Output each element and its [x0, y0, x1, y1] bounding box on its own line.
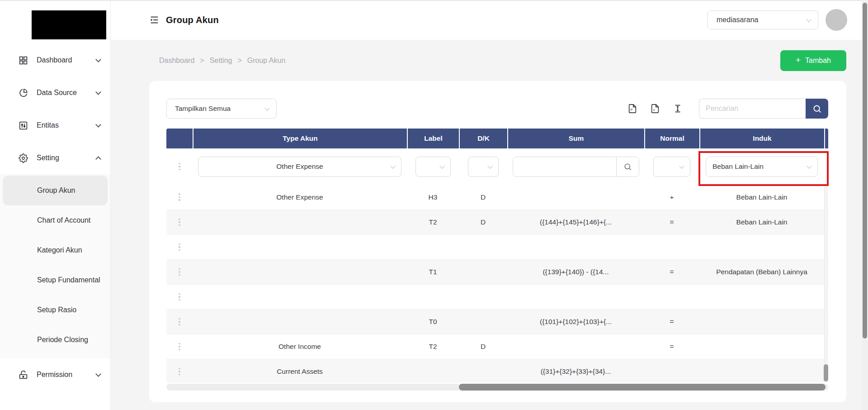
header-sum: Sum [507, 129, 644, 148]
search-bar [699, 99, 828, 119]
table-row: T0 ({101}+{102}+{103}+{... = [166, 309, 828, 334]
window-scrollbar-thumb[interactable] [863, 3, 867, 338]
table-horizontal-scrollbar-thumb[interactable] [459, 384, 826, 391]
breadcrumb-item-setting[interactable]: Setting [210, 57, 232, 65]
cell-induk [699, 334, 824, 359]
sidebar-item-dashboard[interactable]: Dashboard [0, 44, 110, 76]
sidebar-item-data-source[interactable]: Data Source [0, 76, 110, 109]
cell-type-akun [193, 210, 407, 234]
filter-induk-value: Beban Lain-Lain [712, 162, 764, 171]
row-drag-handle[interactable] [166, 210, 193, 234]
export-excel-icon[interactable]: x [650, 103, 661, 114]
row-height-icon[interactable] [673, 103, 684, 114]
cell-type-akun: Other Income [193, 334, 407, 359]
filter-label-select[interactable] [415, 157, 451, 177]
sub-item-label: Chart of Account [37, 216, 90, 224]
avatar[interactable] [826, 9, 847, 31]
cell-sum [507, 235, 644, 259]
export-pdf-icon[interactable]: P [627, 103, 638, 114]
row-scroll-gutter [824, 235, 828, 259]
tambah-button[interactable]: + Tambah [780, 50, 846, 71]
window-scrollbar[interactable] [862, 0, 868, 410]
filter-induk-select[interactable]: Beban Lain-Lain [706, 157, 818, 177]
sidebar-item-setup-fundamental[interactable]: Setup Fundamental [3, 265, 108, 295]
row-drag-handle[interactable] [166, 334, 193, 359]
breadcrumb-item-dashboard[interactable]: Dashboard [159, 57, 194, 65]
app-screen: Dashboard Data Source [0, 0, 868, 410]
sidebar-item-label: Data Source [37, 89, 88, 97]
setting-submenu: Group Akun Chart of Account Kategori Aku… [0, 174, 110, 358]
table-vertical-scrollbar-thumb[interactable] [824, 364, 828, 381]
row-drag-handle[interactable] [166, 148, 193, 185]
cell-dk [459, 285, 507, 309]
cell-dk [459, 260, 507, 284]
collapse-sidebar-icon[interactable] [149, 15, 159, 25]
cell-dk [459, 359, 507, 382]
cell-induk [699, 235, 824, 259]
company-select[interactable]: mediasarana [707, 10, 818, 29]
filter-sum-search-button[interactable] [616, 157, 639, 176]
sidebar-item-setting[interactable]: Setting [0, 142, 110, 174]
cell-normal: = [644, 260, 699, 284]
row-drag-handle[interactable] [166, 310, 193, 334]
header-type-akun: Type Akun [193, 129, 407, 148]
table-row: T2 D ({144}+{145}+{146}+{... = Beban Lai… [166, 210, 828, 234]
plus-icon: + [796, 55, 801, 65]
sidebar-nav: Dashboard Data Source [0, 44, 110, 391]
row-drag-handle[interactable] [166, 185, 193, 210]
sidebar-item-permission[interactable]: Permission [0, 358, 110, 391]
svg-text:x: x [653, 108, 655, 112]
main-area: Group Akun mediasarana Dashboard > Setti… [111, 0, 868, 410]
cell-label: T2 [407, 334, 459, 359]
cell-induk [699, 285, 824, 309]
row-drag-handle[interactable] [166, 260, 193, 284]
top-border [0, 0, 868, 1]
filter-sum-search [513, 157, 639, 177]
sidebar: Dashboard Data Source [0, 0, 111, 410]
chevron-down-icon [95, 371, 101, 377]
filter-normal-select[interactable] [653, 157, 690, 177]
table-row: T1 ({139}+{140}) - ({14... = Pendapatan … [166, 259, 828, 284]
chevron-down-icon [439, 163, 444, 168]
row-drag-handle[interactable] [166, 359, 193, 382]
cell-dk: D [459, 334, 507, 359]
sidebar-item-chart-of-account[interactable]: Chart of Account [3, 205, 108, 235]
filter-dk-select[interactable] [468, 157, 499, 177]
cell-sum: ({31}+{32}+{33}+{34}... [507, 359, 644, 382]
sub-item-label: Setup Fundamental [37, 276, 100, 284]
cell-dk: D [459, 185, 507, 210]
table-horizontal-scrollbar[interactable] [166, 384, 828, 391]
chevron-down-icon [95, 122, 101, 128]
sidebar-item-label: Setting [37, 154, 88, 162]
cell-normal: = [644, 210, 699, 234]
row-drag-handle[interactable] [166, 285, 193, 309]
cell-induk: Beban Lain-Lain [699, 210, 824, 234]
breadcrumb-item-group-akun[interactable]: Group Akun [247, 57, 286, 65]
sidebar-item-periode-closing[interactable]: Periode Closing [3, 325, 108, 355]
company-select-value: mediasarana [717, 16, 759, 24]
filter-type-akun-select[interactable]: Other Expense [198, 157, 401, 177]
cell-sum [507, 185, 644, 210]
show-filter-select[interactable]: Tampilkan Semua [166, 99, 277, 119]
search-input[interactable] [699, 99, 806, 119]
sidebar-item-group-akun[interactable]: Group Akun [3, 176, 108, 205]
breadcrumb: Dashboard > Setting > Group Akun [149, 57, 285, 65]
filter-sum-input[interactable] [513, 157, 616, 176]
chevron-down-icon [95, 57, 101, 62]
cell-type-akun [193, 235, 407, 259]
filter-type-akun-value: Other Expense [276, 162, 323, 171]
pie-chart-icon [18, 88, 28, 98]
cell-induk: Beban Lain-Lain [699, 185, 824, 210]
row-scroll-gutter [824, 260, 828, 284]
cell-type-akun: Other Expense [193, 185, 407, 210]
table-header: Type Akun Label D/K Sum Normal Induk [166, 129, 828, 148]
sidebar-item-kategori-akun[interactable]: Kategori Akun [3, 235, 108, 265]
row-drag-handle[interactable] [166, 235, 193, 259]
row-scroll-gutter [824, 310, 828, 334]
topbar: Group Akun mediasarana [111, 0, 868, 40]
sub-item-label: Setup Rasio [37, 306, 76, 314]
cell-sum: ({139}+{140}) - ({14... [507, 260, 644, 284]
sidebar-item-entitas[interactable]: Entitas [0, 109, 110, 142]
search-button[interactable] [806, 99, 828, 119]
sidebar-item-setup-rasio[interactable]: Setup Rasio [3, 295, 108, 325]
